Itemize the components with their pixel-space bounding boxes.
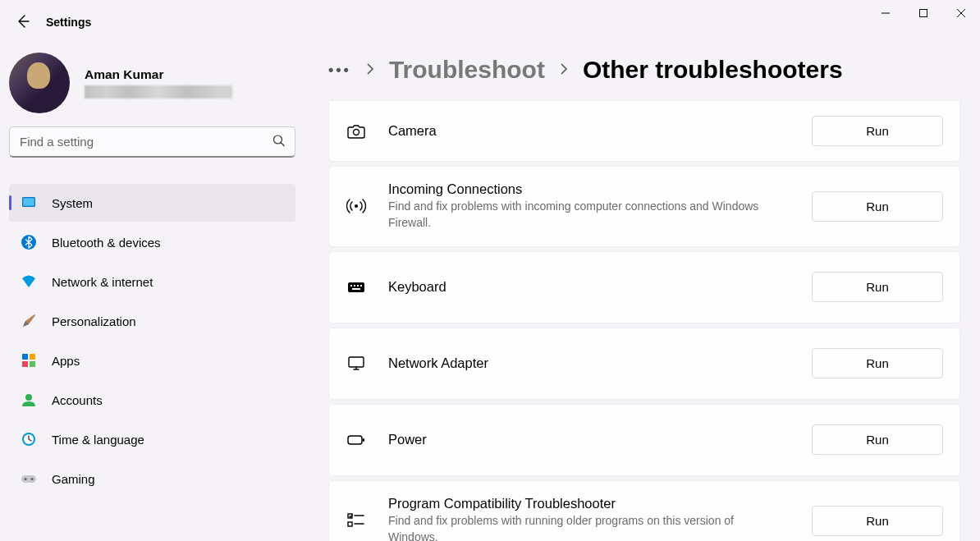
sidebar-item-label: Time & language — [52, 433, 144, 447]
card-title: Power — [388, 432, 812, 447]
svg-rect-0 — [920, 10, 927, 17]
svg-rect-25 — [363, 438, 364, 442]
camera-icon — [346, 121, 367, 141]
run-button[interactable]: Run — [812, 191, 943, 222]
apps-icon — [21, 352, 37, 369]
run-button[interactable]: Run — [812, 506, 943, 536]
antenna-icon — [346, 196, 367, 216]
card-title: Program Compatibility Troubleshooter — [388, 496, 812, 511]
breadcrumb: ••• Troubleshoot Other troubleshooters — [328, 56, 960, 84]
troubleshooter-card-incoming: Incoming Connections Find and fix proble… — [328, 166, 960, 247]
sidebar-item-label: Gaming — [52, 472, 95, 486]
maximize-button[interactable] — [904, 0, 942, 26]
troubleshooter-list: Camera Run Incoming Connections Find and… — [328, 100, 960, 541]
sidebar-item-label: Apps — [52, 354, 80, 368]
run-button[interactable]: Run — [812, 272, 943, 302]
keyboard-icon — [346, 277, 367, 297]
run-button[interactable]: Run — [812, 424, 943, 455]
svg-rect-27 — [348, 522, 352, 526]
search-container — [9, 126, 295, 158]
troubleshooter-card-camera: Camera Run — [328, 100, 960, 162]
sidebar-item-network[interactable]: Network & internet — [9, 263, 295, 300]
card-title: Camera — [388, 123, 812, 139]
page-title: Other troubleshooters — [583, 56, 843, 84]
card-description: Find and fix problems with running older… — [388, 513, 766, 541]
gaming-icon — [21, 470, 37, 487]
sidebar-item-time[interactable]: Time & language — [9, 420, 295, 458]
chevron-right-icon — [560, 63, 568, 77]
avatar — [9, 53, 70, 113]
clock-icon — [21, 431, 37, 447]
svg-point-16 — [355, 204, 358, 208]
svg-rect-8 — [30, 361, 35, 367]
system-icon — [21, 195, 37, 211]
troubleshooter-card-power: Power Run — [328, 404, 960, 476]
run-button[interactable]: Run — [812, 348, 943, 378]
brush-icon — [21, 313, 37, 329]
sidebar-item-gaming[interactable]: Gaming — [9, 460, 295, 497]
chevron-right-icon — [366, 63, 374, 77]
profile-name: Aman Kumar — [85, 67, 232, 82]
account-icon — [21, 392, 37, 408]
list-check-icon — [346, 511, 367, 530]
svg-point-1 — [274, 135, 282, 144]
svg-point-15 — [354, 129, 359, 135]
svg-rect-6 — [30, 354, 35, 360]
svg-rect-5 — [22, 354, 28, 360]
header: Settings — [0, 0, 980, 43]
arrow-left-icon — [15, 14, 30, 29]
card-title: Network Adapter — [388, 355, 812, 371]
search-icon — [272, 135, 286, 150]
sidebar-item-bluetooth[interactable]: Bluetooth & devices — [9, 223, 295, 261]
card-title: Keyboard — [388, 279, 812, 295]
svg-rect-22 — [352, 288, 360, 290]
battery-icon — [346, 430, 367, 450]
adapter-icon — [346, 354, 367, 374]
wifi-icon — [21, 273, 37, 290]
svg-point-14 — [30, 478, 33, 480]
profile-email-redacted — [85, 85, 232, 99]
troubleshooter-card-keyboard: Keyboard Run — [328, 251, 960, 323]
troubleshooter-card-compat: Program Compatibility Troubleshooter Fin… — [328, 480, 960, 541]
sidebar-item-personalization[interactable]: Personalization — [9, 302, 295, 340]
main-content: ••• Troubleshoot Other troubleshooters C… — [304, 43, 980, 541]
sidebar-item-label: Bluetooth & devices — [52, 236, 161, 250]
bluetooth-icon — [21, 234, 37, 250]
sidebar: Aman Kumar System Bluetooth & devices — [0, 43, 304, 541]
close-button[interactable] — [942, 0, 980, 26]
svg-rect-20 — [357, 285, 359, 287]
sidebar-item-apps[interactable]: Apps — [9, 342, 295, 379]
svg-rect-19 — [354, 285, 355, 287]
svg-rect-12 — [21, 475, 36, 483]
search-input[interactable] — [9, 126, 295, 158]
sidebar-item-label: Personalization — [52, 314, 136, 328]
sidebar-item-label: Accounts — [52, 393, 103, 407]
svg-rect-17 — [348, 282, 364, 292]
minimize-button[interactable] — [867, 0, 904, 26]
svg-rect-23 — [349, 357, 364, 367]
card-title: Incoming Connections — [388, 181, 812, 197]
sidebar-item-label: System — [52, 196, 93, 210]
profile-block[interactable]: Aman Kumar — [9, 43, 295, 126]
sidebar-item-system[interactable]: System — [9, 184, 295, 222]
svg-rect-21 — [360, 285, 362, 287]
back-button[interactable] — [11, 10, 34, 33]
sidebar-item-label: Network & internet — [52, 275, 153, 289]
breadcrumb-more-button[interactable]: ••• — [328, 62, 351, 79]
svg-rect-3 — [23, 198, 34, 205]
breadcrumb-parent[interactable]: Troubleshoot — [389, 56, 545, 84]
troubleshooter-card-adapter: Network Adapter Run — [328, 328, 960, 400]
svg-rect-18 — [350, 285, 352, 287]
window-controls — [867, 0, 980, 33]
card-description: Find and fix problems with incoming comp… — [388, 199, 766, 232]
svg-rect-24 — [348, 436, 362, 444]
svg-point-9 — [25, 394, 32, 401]
nav: System Bluetooth & devices Network & int… — [9, 184, 295, 497]
sidebar-item-accounts[interactable]: Accounts — [9, 381, 295, 419]
app-title: Settings — [46, 16, 91, 29]
run-button[interactable]: Run — [812, 116, 943, 146]
svg-rect-7 — [22, 361, 28, 367]
svg-point-13 — [24, 478, 26, 480]
